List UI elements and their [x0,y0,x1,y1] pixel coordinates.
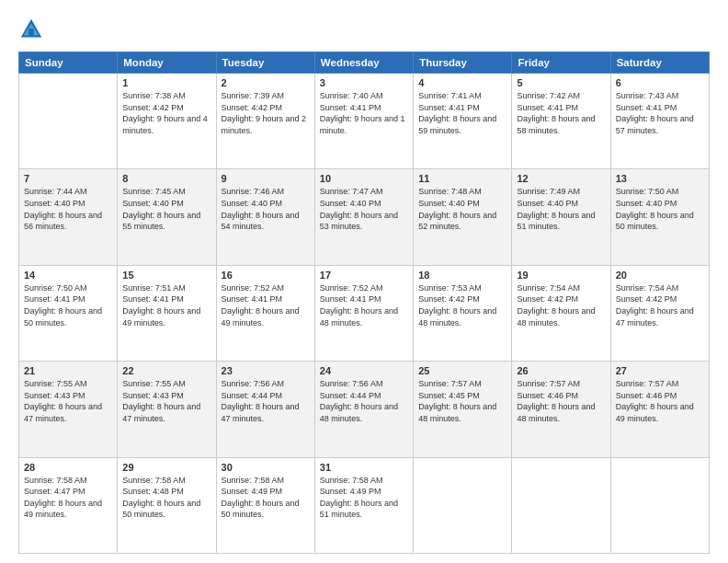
calendar-cell [414,457,512,553]
calendar-week-row: 14Sunrise: 7:50 AMSunset: 4:41 PMDayligh… [19,265,710,361]
cell-details: Sunrise: 7:49 AMSunset: 4:40 PMDaylight:… [517,186,605,232]
calendar-cell: 1Sunrise: 7:38 AMSunset: 4:42 PMDaylight… [118,74,216,169]
calendar-cell: 23Sunrise: 7:56 AMSunset: 4:44 PMDayligh… [216,362,314,457]
day-number: 7 [24,173,112,184]
calendar-cell: 14Sunrise: 7:50 AMSunset: 4:41 PMDayligh… [19,265,118,361]
day-number: 28 [24,462,112,473]
day-number: 27 [616,365,704,376]
day-number: 8 [122,173,210,184]
cell-details: Sunrise: 7:44 AMSunset: 4:40 PMDaylight:… [24,186,112,232]
day-number: 9 [222,173,310,184]
cell-details: Sunrise: 7:57 AMSunset: 4:45 PMDaylight:… [418,378,506,424]
col-header-thursday: Thursday [414,52,512,74]
cell-details: Sunrise: 7:58 AMSunset: 4:48 PMDaylight:… [122,475,210,521]
cell-details: Sunrise: 7:43 AMSunset: 4:41 PMDaylight:… [616,90,704,136]
calendar-week-row: 21Sunrise: 7:55 AMSunset: 4:43 PMDayligh… [19,362,710,457]
day-number: 2 [222,77,310,88]
cell-details: Sunrise: 7:58 AMSunset: 4:49 PMDaylight:… [320,475,408,521]
calendar-cell: 8Sunrise: 7:45 AMSunset: 4:40 PMDaylight… [118,169,216,265]
calendar-cell: 20Sunrise: 7:54 AMSunset: 4:42 PMDayligh… [610,265,709,361]
calendar-cell: 18Sunrise: 7:53 AMSunset: 4:42 PMDayligh… [414,265,512,361]
calendar-cell [610,457,709,553]
calendar-cell: 13Sunrise: 7:50 AMSunset: 4:40 PMDayligh… [610,169,709,265]
day-number: 18 [418,270,506,281]
calendar-cell: 9Sunrise: 7:46 AMSunset: 4:40 PMDaylight… [216,169,314,265]
cell-details: Sunrise: 7:55 AMSunset: 4:43 PMDaylight:… [24,378,112,424]
svg-rect-2 [28,29,34,35]
calendar-cell [512,457,610,553]
cell-details: Sunrise: 7:45 AMSunset: 4:40 PMDaylight:… [122,186,210,232]
calendar-cell: 25Sunrise: 7:57 AMSunset: 4:45 PMDayligh… [414,362,512,457]
day-number: 12 [517,173,605,184]
day-number: 23 [222,365,310,376]
cell-details: Sunrise: 7:56 AMSunset: 4:44 PMDaylight:… [320,378,408,424]
logo [18,17,48,42]
cell-details: Sunrise: 7:53 AMSunset: 4:42 PMDaylight:… [418,282,506,328]
calendar-cell: 3Sunrise: 7:40 AMSunset: 4:41 PMDaylight… [314,74,413,169]
day-number: 17 [320,270,408,281]
day-number: 10 [320,173,408,184]
day-number: 31 [320,462,408,473]
calendar-cell: 19Sunrise: 7:54 AMSunset: 4:42 PMDayligh… [512,265,610,361]
cell-details: Sunrise: 7:58 AMSunset: 4:49 PMDaylight:… [222,475,310,521]
day-number: 29 [122,462,210,473]
day-number: 16 [222,270,310,281]
day-number: 15 [122,270,210,281]
day-number: 14 [24,270,112,281]
day-number: 24 [320,365,408,376]
calendar-cell: 27Sunrise: 7:57 AMSunset: 4:46 PMDayligh… [610,362,709,457]
calendar-cell: 22Sunrise: 7:55 AMSunset: 4:43 PMDayligh… [118,362,216,457]
day-number: 4 [418,77,506,88]
calendar-cell: 4Sunrise: 7:41 AMSunset: 4:41 PMDaylight… [414,74,512,169]
cell-details: Sunrise: 7:52 AMSunset: 4:41 PMDaylight:… [320,282,408,328]
calendar-cell: 29Sunrise: 7:58 AMSunset: 4:48 PMDayligh… [118,457,216,553]
day-number: 22 [122,365,210,376]
cell-details: Sunrise: 7:50 AMSunset: 4:40 PMDaylight:… [616,186,704,232]
calendar-cell [19,74,118,169]
calendar-cell: 6Sunrise: 7:43 AMSunset: 4:41 PMDaylight… [610,74,709,169]
header [18,17,710,42]
cell-details: Sunrise: 7:47 AMSunset: 4:40 PMDaylight:… [320,186,408,232]
col-header-sunday: Sunday [19,52,118,74]
cell-details: Sunrise: 7:57 AMSunset: 4:46 PMDaylight:… [616,378,704,424]
day-number: 1 [122,77,210,88]
col-header-friday: Friday [512,52,610,74]
day-number: 11 [418,173,506,184]
cell-details: Sunrise: 7:46 AMSunset: 4:40 PMDaylight:… [222,186,310,232]
col-header-saturday: Saturday [610,52,709,74]
cell-details: Sunrise: 7:51 AMSunset: 4:41 PMDaylight:… [122,282,210,328]
calendar-cell: 31Sunrise: 7:58 AMSunset: 4:49 PMDayligh… [314,457,413,553]
calendar-week-row: 28Sunrise: 7:58 AMSunset: 4:47 PMDayligh… [19,457,710,553]
cell-details: Sunrise: 7:50 AMSunset: 4:41 PMDaylight:… [24,282,112,328]
calendar-cell: 28Sunrise: 7:58 AMSunset: 4:47 PMDayligh… [19,457,118,553]
day-number: 21 [24,365,112,376]
calendar-cell: 26Sunrise: 7:57 AMSunset: 4:46 PMDayligh… [512,362,610,457]
calendar-cell: 15Sunrise: 7:51 AMSunset: 4:41 PMDayligh… [118,265,216,361]
col-header-monday: Monday [118,52,216,74]
calendar-cell: 10Sunrise: 7:47 AMSunset: 4:40 PMDayligh… [314,169,413,265]
col-header-tuesday: Tuesday [216,52,314,74]
col-header-wednesday: Wednesday [314,52,413,74]
day-number: 26 [517,365,605,376]
day-number: 6 [616,77,704,88]
calendar-cell: 16Sunrise: 7:52 AMSunset: 4:41 PMDayligh… [216,265,314,361]
page: SundayMondayTuesdayWednesdayThursdayFrid… [0,0,728,563]
cell-details: Sunrise: 7:52 AMSunset: 4:41 PMDaylight:… [222,282,310,328]
day-number: 20 [616,270,704,281]
cell-details: Sunrise: 7:58 AMSunset: 4:47 PMDaylight:… [24,475,112,521]
cell-details: Sunrise: 7:42 AMSunset: 4:41 PMDaylight:… [517,90,605,136]
calendar-cell: 5Sunrise: 7:42 AMSunset: 4:41 PMDaylight… [512,74,610,169]
calendar-cell: 12Sunrise: 7:49 AMSunset: 4:40 PMDayligh… [512,169,610,265]
day-number: 19 [517,270,605,281]
calendar-header-row: SundayMondayTuesdayWednesdayThursdayFrid… [19,52,710,74]
cell-details: Sunrise: 7:57 AMSunset: 4:46 PMDaylight:… [517,378,605,424]
cell-details: Sunrise: 7:54 AMSunset: 4:42 PMDaylight:… [517,282,605,328]
cell-details: Sunrise: 7:40 AMSunset: 4:41 PMDaylight:… [320,90,408,136]
calendar-week-row: 7Sunrise: 7:44 AMSunset: 4:40 PMDaylight… [19,169,710,265]
day-number: 25 [418,365,506,376]
cell-details: Sunrise: 7:56 AMSunset: 4:44 PMDaylight:… [222,378,310,424]
calendar: SundayMondayTuesdayWednesdayThursdayFrid… [18,52,710,554]
day-number: 5 [517,77,605,88]
cell-details: Sunrise: 7:39 AMSunset: 4:42 PMDaylight:… [222,90,310,136]
cell-details: Sunrise: 7:55 AMSunset: 4:43 PMDaylight:… [122,378,210,424]
